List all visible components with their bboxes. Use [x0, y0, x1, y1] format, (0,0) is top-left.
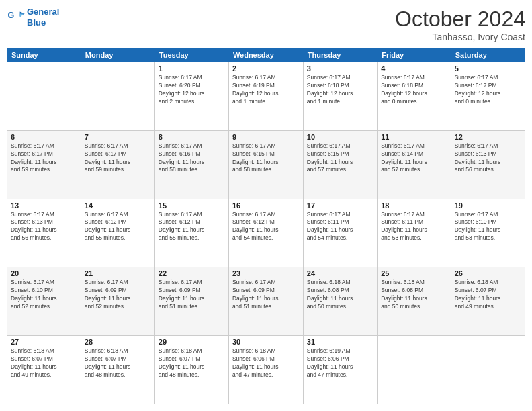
weekday-header-monday: Monday	[81, 48, 154, 62]
calendar-cell: 23Sunrise: 6:17 AM Sunset: 6:09 PM Dayli…	[228, 267, 303, 336]
day-info: Sunrise: 6:17 AM Sunset: 6:13 PM Dayligh…	[11, 211, 77, 243]
day-number: 31	[307, 338, 373, 346]
day-info: Sunrise: 6:17 AM Sunset: 6:16 PM Dayligh…	[159, 142, 225, 175]
location-subtitle: Tanhasso, Ivory Coast	[395, 32, 525, 42]
day-info: Sunrise: 6:17 AM Sunset: 6:20 PM Dayligh…	[159, 74, 225, 106]
day-info: Sunrise: 6:17 AM Sunset: 6:17 PM Dayligh…	[455, 74, 521, 106]
calendar-cell: 21Sunrise: 6:17 AM Sunset: 6:09 PM Dayli…	[81, 267, 154, 336]
day-number: 22	[159, 269, 225, 277]
calendar-cell: 10Sunrise: 6:17 AM Sunset: 6:15 PM Dayli…	[303, 130, 377, 199]
calendar-cell	[7, 62, 81, 131]
day-info: Sunrise: 6:17 AM Sunset: 6:14 PM Dayligh…	[381, 142, 447, 175]
calendar-cell: 24Sunrise: 6:18 AM Sunset: 6:08 PM Dayli…	[303, 267, 377, 336]
day-info: Sunrise: 6:18 AM Sunset: 6:07 PM Dayligh…	[455, 279, 521, 311]
day-number: 13	[11, 201, 77, 210]
calendar-cell: 9Sunrise: 6:17 AM Sunset: 6:15 PM Daylig…	[228, 130, 303, 199]
week-row-5: 27Sunrise: 6:18 AM Sunset: 6:07 PM Dayli…	[7, 336, 525, 404]
day-number: 29	[159, 338, 225, 346]
calendar-cell	[451, 336, 525, 404]
day-number: 4	[381, 64, 447, 73]
day-number: 6	[11, 133, 77, 141]
calendar-cell: 1Sunrise: 6:17 AM Sunset: 6:20 PM Daylig…	[154, 62, 228, 131]
svg-text:G: G	[7, 11, 14, 20]
day-number: 27	[11, 338, 77, 346]
logo-icon: G	[7, 8, 26, 27]
day-info: Sunrise: 6:17 AM Sunset: 6:10 PM Dayligh…	[11, 279, 77, 311]
day-info: Sunrise: 6:17 AM Sunset: 6:10 PM Dayligh…	[455, 211, 521, 243]
calendar-cell: 6Sunrise: 6:17 AM Sunset: 6:17 PM Daylig…	[7, 130, 81, 199]
day-info: Sunrise: 6:17 AM Sunset: 6:13 PM Dayligh…	[455, 142, 521, 175]
day-info: Sunrise: 6:17 AM Sunset: 6:09 PM Dayligh…	[232, 279, 300, 311]
weekday-header-thursday: Thursday	[303, 48, 377, 62]
day-number: 11	[381, 133, 447, 141]
day-number: 30	[232, 338, 300, 346]
calendar-cell: 11Sunrise: 6:17 AM Sunset: 6:14 PM Dayli…	[378, 130, 451, 199]
calendar-cell: 15Sunrise: 6:17 AM Sunset: 6:12 PM Dayli…	[154, 199, 228, 267]
calendar-cell: 20Sunrise: 6:17 AM Sunset: 6:10 PM Dayli…	[7, 267, 81, 336]
day-info: Sunrise: 6:18 AM Sunset: 6:07 PM Dayligh…	[85, 347, 151, 379]
calendar-cell: 14Sunrise: 6:17 AM Sunset: 6:12 PM Dayli…	[81, 199, 154, 267]
day-number: 8	[159, 133, 225, 141]
calendar-cell: 29Sunrise: 6:18 AM Sunset: 6:07 PM Dayli…	[154, 336, 228, 404]
calendar-cell: 19Sunrise: 6:17 AM Sunset: 6:10 PM Dayli…	[451, 199, 525, 267]
calendar-cell: 17Sunrise: 6:17 AM Sunset: 6:11 PM Dayli…	[303, 199, 377, 267]
day-info: Sunrise: 6:17 AM Sunset: 6:17 PM Dayligh…	[85, 142, 151, 175]
day-number: 9	[232, 133, 300, 141]
day-number: 23	[232, 269, 300, 277]
day-number: 2	[232, 64, 300, 73]
day-info: Sunrise: 6:17 AM Sunset: 6:09 PM Dayligh…	[85, 279, 151, 311]
calendar-cell: 4Sunrise: 6:17 AM Sunset: 6:18 PM Daylig…	[378, 62, 451, 131]
calendar-cell: 27Sunrise: 6:18 AM Sunset: 6:07 PM Dayli…	[7, 336, 81, 404]
calendar-table: SundayMondayTuesdayWednesdayThursdayFrid…	[7, 48, 525, 404]
day-info: Sunrise: 6:17 AM Sunset: 6:18 PM Dayligh…	[381, 74, 447, 106]
calendar-cell: 13Sunrise: 6:17 AM Sunset: 6:13 PM Dayli…	[7, 199, 81, 267]
day-info: Sunrise: 6:17 AM Sunset: 6:12 PM Dayligh…	[85, 211, 151, 243]
day-info: Sunrise: 6:17 AM Sunset: 6:12 PM Dayligh…	[159, 211, 225, 243]
day-info: Sunrise: 6:17 AM Sunset: 6:15 PM Dayligh…	[232, 142, 300, 175]
day-number: 28	[85, 338, 151, 346]
calendar-cell: 2Sunrise: 6:17 AM Sunset: 6:19 PM Daylig…	[228, 62, 303, 131]
logo-text: General Blue	[27, 7, 59, 28]
week-row-2: 6Sunrise: 6:17 AM Sunset: 6:17 PM Daylig…	[7, 130, 525, 199]
day-info: Sunrise: 6:17 AM Sunset: 6:18 PM Dayligh…	[307, 74, 373, 106]
calendar-cell: 22Sunrise: 6:17 AM Sunset: 6:09 PM Dayli…	[154, 267, 228, 336]
calendar-cell: 25Sunrise: 6:18 AM Sunset: 6:08 PM Dayli…	[378, 267, 451, 336]
week-row-3: 13Sunrise: 6:17 AM Sunset: 6:13 PM Dayli…	[7, 199, 525, 267]
day-info: Sunrise: 6:18 AM Sunset: 6:07 PM Dayligh…	[159, 347, 225, 379]
day-info: Sunrise: 6:18 AM Sunset: 6:08 PM Dayligh…	[307, 279, 373, 311]
title-block: October 2024 Tanhasso, Ivory Coast	[395, 7, 525, 42]
weekday-header-row: SundayMondayTuesdayWednesdayThursdayFrid…	[7, 48, 525, 62]
day-number: 14	[85, 201, 151, 210]
day-number: 15	[159, 201, 225, 210]
logo: G General Blue	[7, 7, 59, 28]
day-number: 16	[232, 201, 300, 210]
day-number: 10	[307, 133, 373, 141]
day-number: 25	[381, 269, 447, 277]
weekday-header-sunday: Sunday	[7, 48, 81, 62]
svg-marker-2	[20, 13, 24, 17]
calendar-cell: 28Sunrise: 6:18 AM Sunset: 6:07 PM Dayli…	[81, 336, 154, 404]
day-number: 17	[307, 201, 373, 210]
day-number: 5	[455, 64, 521, 73]
calendar-cell: 12Sunrise: 6:17 AM Sunset: 6:13 PM Dayli…	[451, 130, 525, 199]
calendar-cell: 5Sunrise: 6:17 AM Sunset: 6:17 PM Daylig…	[451, 62, 525, 131]
day-info: Sunrise: 6:17 AM Sunset: 6:11 PM Dayligh…	[381, 211, 447, 243]
calendar-cell: 30Sunrise: 6:18 AM Sunset: 6:06 PM Dayli…	[228, 336, 303, 404]
weekday-header-tuesday: Tuesday	[154, 48, 228, 62]
week-row-1: 1Sunrise: 6:17 AM Sunset: 6:20 PM Daylig…	[7, 62, 525, 131]
day-info: Sunrise: 6:19 AM Sunset: 6:06 PM Dayligh…	[307, 347, 373, 379]
calendar-cell: 3Sunrise: 6:17 AM Sunset: 6:18 PM Daylig…	[303, 62, 377, 131]
weekday-header-saturday: Saturday	[451, 48, 525, 62]
calendar-cell: 18Sunrise: 6:17 AM Sunset: 6:11 PM Dayli…	[378, 199, 451, 267]
day-number: 21	[85, 269, 151, 277]
calendar-cell	[378, 336, 451, 404]
week-row-4: 20Sunrise: 6:17 AM Sunset: 6:10 PM Dayli…	[7, 267, 525, 336]
day-info: Sunrise: 6:18 AM Sunset: 6:06 PM Dayligh…	[232, 347, 300, 379]
calendar-cell: 8Sunrise: 6:17 AM Sunset: 6:16 PM Daylig…	[154, 130, 228, 199]
calendar-cell: 16Sunrise: 6:17 AM Sunset: 6:12 PM Dayli…	[228, 199, 303, 267]
day-number: 12	[455, 133, 521, 141]
day-info: Sunrise: 6:17 AM Sunset: 6:19 PM Dayligh…	[232, 74, 300, 106]
day-info: Sunrise: 6:18 AM Sunset: 6:07 PM Dayligh…	[11, 347, 77, 379]
day-info: Sunrise: 6:17 AM Sunset: 6:12 PM Dayligh…	[232, 211, 300, 243]
weekday-header-wednesday: Wednesday	[228, 48, 303, 62]
